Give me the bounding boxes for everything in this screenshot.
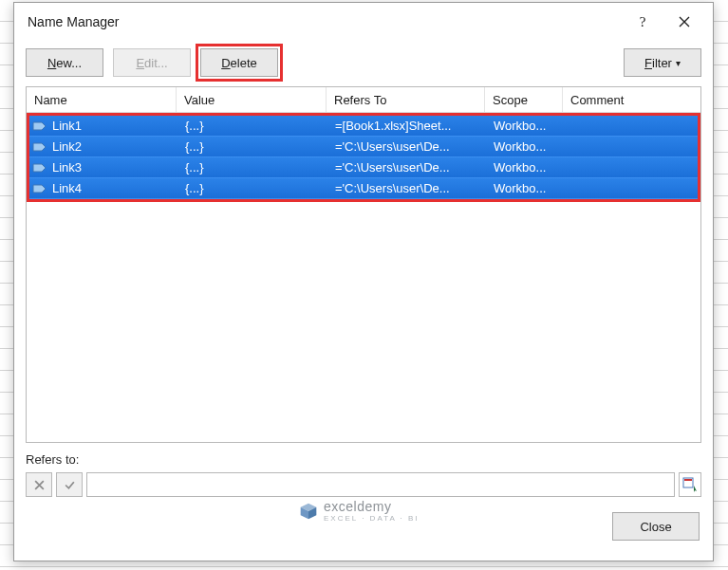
scope-cell: Workbo... [488,157,566,177]
cube-icon [299,502,318,521]
name-tag-icon [31,161,48,175]
table-row[interactable]: Link3 {...} ='C:\Users\user\De... Workbo… [29,157,698,178]
range-picker-icon [682,477,698,492]
close-button[interactable]: Close [612,512,700,541]
comment-cell [566,116,698,136]
cancel-refers-button[interactable] [26,472,52,497]
name-cell: Link1 [52,119,82,133]
chevron-down-icon: ▾ [676,58,681,68]
watermark-tagline: EXCEL · DATA · BI [324,514,420,523]
scope-cell: Workbo... [488,137,566,156]
name-manager-dialog: Name Manager ? New... Edit... Delete Fil… [13,2,714,561]
refers-cell: ='C:\Users\user\De... [329,157,488,177]
list-header: Name Value Refers To Scope Comment [27,87,700,113]
comment-cell [566,137,698,156]
svg-rect-1 [684,479,692,481]
refers-cell: ='C:\Users\user\De... [329,137,488,156]
value-cell: {...} [179,178,329,198]
delete-button[interactable]: Delete [200,48,278,77]
name-tag-icon [31,182,48,195]
refers-cell: =[Book1.xlsx]Sheet... [329,116,488,136]
accept-refers-button[interactable] [56,472,83,497]
scope-cell: Workbo... [488,116,566,136]
comment-cell [566,157,698,177]
titlebar: Name Manager ? [14,3,713,41]
selected-rows-highlight: Link1 {...} =[Book1.xlsx]Sheet... Workbo… [29,116,698,199]
name-tag-icon [31,140,48,154]
edit-button: Edit... [113,48,191,77]
comment-cell [566,178,698,198]
value-cell: {...} [179,157,329,177]
names-list[interactable]: Name Value Refers To Scope Comment Link1… [26,86,701,443]
col-value[interactable]: Value [177,87,327,112]
refers-to-label: Refers to: [26,452,701,467]
refers-to-input[interactable] [86,472,675,497]
close-x-button[interactable] [663,6,705,38]
dialog-title: Name Manager [28,14,622,29]
watermark: exceldemy EXCEL · DATA · BI [299,499,420,523]
refers-cell: ='C:\Users\user\De... [329,178,488,198]
col-name[interactable]: Name [27,87,177,112]
col-refers[interactable]: Refers To [327,87,485,112]
value-cell: {...} [179,116,329,136]
watermark-brand: exceldemy [324,499,391,514]
value-cell: {...} [179,137,329,156]
name-cell: Link2 [52,139,82,154]
col-comment[interactable]: Comment [563,87,700,112]
table-row[interactable]: Link4 {...} ='C:\Users\user\De... Workbo… [29,178,698,199]
check-icon [64,479,76,491]
scope-cell: Workbo... [488,178,566,198]
table-row[interactable]: Link2 {...} ='C:\Users\user\De... Workbo… [29,137,698,157]
col-scope[interactable]: Scope [485,87,563,112]
name-tag-icon [31,120,48,133]
new-button[interactable]: New... [26,48,103,77]
toolbar: New... Edit... Delete Filter▾ [14,41,713,84]
close-icon [679,16,690,28]
x-icon [33,479,46,491]
refers-to-section: Refers to: [14,443,713,503]
range-picker-button[interactable] [679,472,701,497]
help-button[interactable]: ? [622,6,663,38]
table-row[interactable]: Link1 {...} =[Book1.xlsx]Sheet... Workbo… [29,116,698,137]
name-cell: Link3 [52,160,82,175]
name-cell: Link4 [52,181,82,195]
filter-button[interactable]: Filter▾ [624,48,701,77]
